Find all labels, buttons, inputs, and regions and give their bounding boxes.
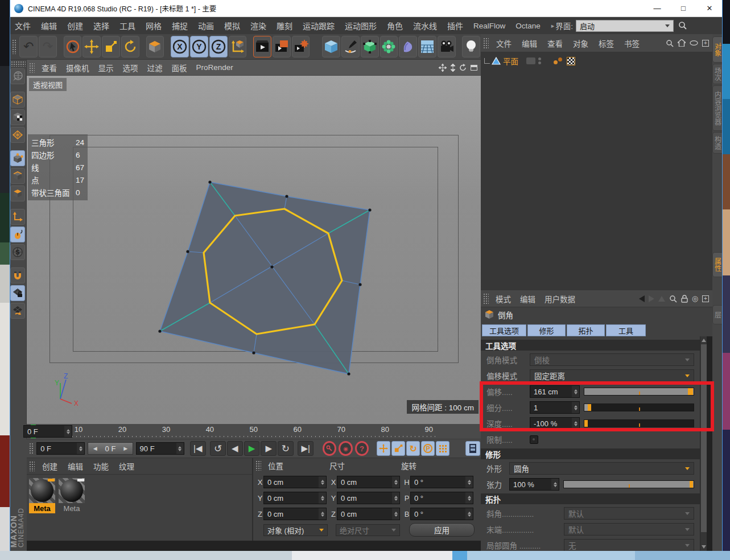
- minimize-button[interactable]: —: [644, 0, 670, 17]
- section-topology[interactable]: 拓扑: [481, 493, 700, 504]
- rot-p-field[interactable]: 0 °: [410, 492, 473, 504]
- am-menu-edit[interactable]: 编辑: [515, 293, 540, 304]
- play-backwards-button[interactable]: ↺: [210, 441, 226, 456]
- coordinate-cube-button[interactable]: [146, 36, 164, 57]
- material-tag-icon[interactable]: [554, 57, 562, 64]
- material-menu-texture[interactable]: 纹理: [114, 460, 139, 472]
- mograph-button[interactable]: [380, 36, 398, 57]
- object-manager-grip[interactable]: [483, 38, 489, 49]
- light-button[interactable]: [462, 36, 480, 57]
- keyframe-presets-button[interactable]: [465, 441, 480, 456]
- menu-animate[interactable]: 动画: [193, 20, 219, 31]
- lock-icon[interactable]: [681, 295, 688, 303]
- am-menu-mode[interactable]: 模式: [491, 293, 515, 304]
- eye-icon[interactable]: [690, 40, 698, 46]
- key-parameter-button[interactable]: P: [421, 441, 435, 456]
- mode-toolbar-grip[interactable]: [11, 61, 26, 67]
- size-y-field[interactable]: 0 cm: [337, 492, 400, 504]
- edges-mode-button[interactable]: [10, 168, 25, 184]
- menu-create[interactable]: 创建: [62, 20, 88, 31]
- scroll-up-icon[interactable]: [702, 339, 706, 342]
- next-frame-button[interactable]: ▶: [261, 441, 277, 456]
- environment-button[interactable]: [418, 36, 436, 57]
- play-button[interactable]: ▶: [244, 441, 260, 456]
- tab-content-browser[interactable]: 内容浏览器: [712, 85, 723, 131]
- tab-takes[interactable]: 场次: [712, 64, 723, 84]
- live-selection-button[interactable]: [64, 36, 82, 57]
- search-icon[interactable]: [666, 39, 674, 47]
- menu-plugins[interactable]: 插件: [442, 20, 468, 31]
- autokey-button[interactable]: ◉: [339, 441, 352, 456]
- tab-attributes[interactable]: 属性: [712, 252, 723, 277]
- scrub-left-icon[interactable]: ◀: [93, 446, 97, 451]
- menu-octane[interactable]: Octane: [510, 22, 546, 30]
- material-menu-grip[interactable]: [29, 461, 35, 471]
- key-rotation-button[interactable]: ↻: [406, 441, 420, 456]
- menu-pipeline[interactable]: 流水线: [408, 20, 442, 31]
- phong-tag-icon[interactable]: [567, 57, 575, 65]
- target-icon[interactable]: ◎: [692, 294, 698, 303]
- redo-button[interactable]: ↷: [39, 36, 57, 57]
- menu-realflow[interactable]: RealFlow: [468, 22, 510, 30]
- material-name[interactable]: Meta: [59, 503, 85, 513]
- pos-x-field[interactable]: 0 cm: [263, 476, 327, 488]
- perspective-viewport[interactable]: 透视视图 三角形24: [27, 76, 481, 424]
- search-icon[interactable]: [678, 21, 687, 30]
- scrollbar-thumb[interactable]: [701, 344, 707, 532]
- windows-taskbar[interactable]: [0, 551, 730, 560]
- tab-topology[interactable]: 拓扑: [567, 324, 605, 336]
- rotate-tool-button[interactable]: [121, 36, 139, 57]
- viewport-menu-view[interactable]: 查看: [37, 62, 61, 73]
- material-menu-edit[interactable]: 编辑: [63, 460, 88, 472]
- menu-render[interactable]: 渲染: [245, 20, 271, 31]
- material-preview[interactable]: [29, 478, 55, 503]
- close-button[interactable]: ✕: [696, 0, 723, 17]
- om-menu-view[interactable]: 查看: [542, 38, 568, 49]
- toggle-view-icon[interactable]: [471, 65, 477, 71]
- record-keyframe-button[interactable]: [323, 441, 336, 456]
- shape-select[interactable]: 圆角: [509, 462, 694, 475]
- coordinate-mode-select[interactable]: 对象 (相对): [263, 524, 328, 536]
- bevel-mode-select[interactable]: 倒棱: [530, 353, 694, 366]
- home-icon[interactable]: [678, 39, 686, 47]
- tab-tool[interactable]: 工具: [606, 324, 646, 336]
- menu-tools[interactable]: 工具: [114, 20, 141, 31]
- move-tool-button[interactable]: [83, 36, 101, 57]
- partial-rounding-select[interactable]: 无: [564, 539, 694, 551]
- y-axis-lock-button[interactable]: Y: [190, 36, 208, 57]
- viewport-menu-cameras[interactable]: 摄像机: [61, 62, 94, 73]
- section-tool-options[interactable]: 工具选项: [481, 340, 700, 351]
- slider-handle[interactable]: [690, 481, 693, 488]
- menu-edit[interactable]: 编辑: [36, 20, 62, 31]
- menu-snap[interactable]: 捕捉: [167, 20, 193, 31]
- menu-select[interactable]: 选择: [88, 20, 114, 31]
- interface-layout-select[interactable]: 启动: [576, 20, 674, 32]
- viewport-menu-filter[interactable]: 过滤: [143, 62, 167, 73]
- history-forward-icon[interactable]: [649, 295, 654, 302]
- scale-tool-button[interactable]: [102, 36, 120, 57]
- zoom-view-icon[interactable]: [450, 64, 456, 72]
- spline-pen-button[interactable]: [341, 36, 360, 57]
- previous-frame-button[interactable]: ◀: [227, 441, 243, 456]
- axis-mode-button[interactable]: [10, 209, 25, 225]
- spinner-icon[interactable]: [77, 443, 84, 454]
- object-row-plane[interactable]: 平面: [484, 55, 575, 67]
- visibility-dots-icon[interactable]: [538, 57, 541, 64]
- tension-slider[interactable]: [563, 480, 694, 488]
- undo-button[interactable]: ↶: [19, 36, 38, 57]
- object-manager-tree[interactable]: 平面: [481, 52, 712, 290]
- viewport-menu-prorender[interactable]: ProRender: [192, 63, 238, 72]
- section-shaping[interactable]: 修形: [481, 448, 700, 459]
- rot-h-field[interactable]: 0 °: [410, 476, 473, 488]
- model-mode-button[interactable]: [10, 92, 25, 108]
- menu-simulate[interactable]: 模拟: [219, 20, 245, 31]
- bevel-plane-object[interactable]: [27, 76, 481, 424]
- size-z-field[interactable]: 0 cm: [337, 508, 400, 520]
- current-frame-field[interactable]: 0 F: [23, 425, 72, 438]
- tab-objects[interactable]: 对象: [712, 36, 723, 63]
- plus-box-icon[interactable]: +: [702, 295, 709, 302]
- om-menu-edit[interactable]: 编辑: [517, 38, 542, 49]
- menu-mograph[interactable]: 运动图形: [340, 20, 382, 31]
- viewport-menu-display[interactable]: 显示: [94, 62, 118, 73]
- snap-settings-button[interactable]: S: [10, 244, 25, 260]
